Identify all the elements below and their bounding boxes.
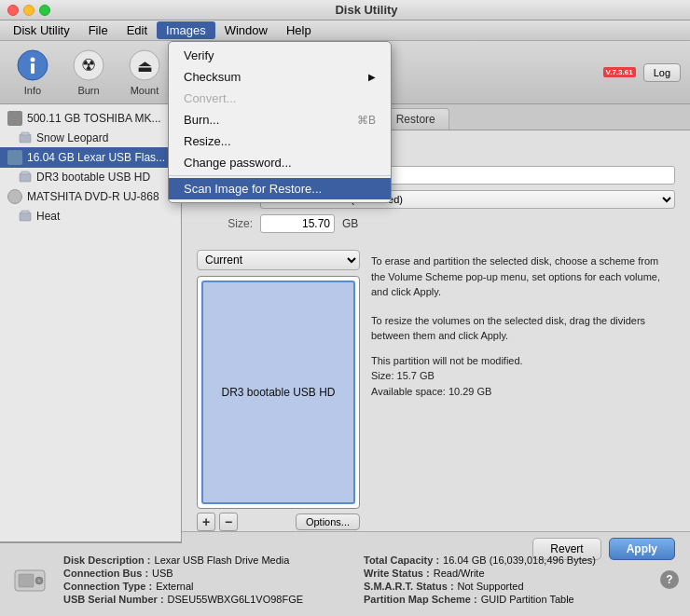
svg-rect-21 <box>19 574 34 587</box>
window-title: Disk Utility <box>50 3 683 17</box>
menu-convert: Convert... <box>169 88 391 109</box>
footer-total-capacity-row: Total Capacity : 16.04 GB (16,039,018,49… <box>364 554 645 566</box>
size-row: Size: GB <box>197 214 675 233</box>
partition-description2: To resize the volumes on the selected di… <box>371 309 675 348</box>
add-partition-button[interactable]: + <box>197 513 215 531</box>
info-icon <box>16 48 49 82</box>
menu-separator <box>169 175 391 176</box>
log-button[interactable]: Log <box>643 63 681 82</box>
remove-partition-button[interactable]: − <box>219 513 238 531</box>
toolbar-right: V.7.3.61 Log <box>603 63 681 82</box>
maximize-button[interactable] <box>39 5 50 16</box>
info-button[interactable]: Info <box>9 45 56 100</box>
footer-connection-type-row: Connection Type : External <box>63 581 345 592</box>
volume-icon <box>19 210 32 223</box>
menu-window[interactable]: Window <box>215 21 277 39</box>
menu-resize[interactable]: Resize... <box>169 130 391 152</box>
tab-restore[interactable]: Restore <box>382 108 449 130</box>
svg-rect-17 <box>21 171 29 174</box>
footer-disk-desc-row: Disk Description : Lexar USB Flash Drive… <box>63 554 345 566</box>
images-dropdown: Verify Checksum ▶ Convert... Burn... ⌘B … <box>168 41 392 203</box>
svg-rect-15 <box>21 132 29 135</box>
footer-smart-status-row: S.M.A.R.T. Status : Not Supported <box>364 581 645 592</box>
partition-box: DR3 bootable USB HD <box>197 276 360 509</box>
mount-button[interactable]: ⏏ Mount <box>121 45 168 100</box>
scheme-select[interactable]: Current <box>197 250 360 270</box>
usb-disk-icon <box>7 150 22 165</box>
svg-text:⏏: ⏏ <box>137 57 153 75</box>
menu-images[interactable]: Images <box>157 21 215 39</box>
close-button[interactable] <box>7 5 19 16</box>
menu-edit[interactable]: Edit <box>117 21 157 39</box>
cd-icon <box>7 189 22 204</box>
sidebar: 500.11 GB TOSHIBA MK... Snow Leopard 16.… <box>0 104 182 541</box>
volume-icon <box>19 171 32 184</box>
mount-icon: ⏏ <box>128 48 161 82</box>
partition-description: To erase and partition the selected disk… <box>371 250 675 304</box>
menu-help[interactable]: Help <box>277 21 321 39</box>
sidebar-item-dr3[interactable]: DR3 bootable USB HD <box>0 168 181 186</box>
sidebar-item-dvd[interactable]: MATSHITA DVD-R UJ-868 <box>0 186 181 207</box>
traffic-lights <box>7 5 50 16</box>
submenu-arrow-icon: ▶ <box>368 72 376 82</box>
svg-point-23 <box>38 580 41 582</box>
burn-shortcut: ⌘B <box>357 114 376 127</box>
menu-change-password[interactable]: Change password... <box>169 152 391 173</box>
svg-rect-18 <box>20 212 31 221</box>
footer-write-status-row: Write Status : Read/Write <box>364 568 645 579</box>
footer-connection-bus-row: Connection Bus : USB <box>63 568 345 579</box>
sidebar-item-heat[interactable]: Heat <box>0 207 181 226</box>
menu-verify[interactable]: Verify <box>169 45 391 66</box>
svg-rect-16 <box>20 173 31 182</box>
menu-file[interactable]: File <box>79 21 117 39</box>
sidebar-item-lexar[interactable]: 16.04 GB Lexar USB Flas... <box>0 147 181 168</box>
volume-icon <box>19 131 32 144</box>
footer-partition-map-row: Partition Map Scheme : GUID Partition Ta… <box>364 594 645 605</box>
burn-icon: ☢ <box>72 48 105 82</box>
svg-rect-2 <box>31 63 34 74</box>
version-badge: V.7.3.61 <box>603 67 636 77</box>
menu-checksum[interactable]: Checksum ▶ <box>169 66 391 88</box>
svg-rect-14 <box>20 134 31 143</box>
info-label: Info <box>24 85 41 96</box>
size-unit: GB <box>342 217 358 230</box>
disk-icon <box>7 111 22 126</box>
scheme-row: Current <box>197 250 360 270</box>
partition-area: Current DR3 bootable USB HD + − Options.… <box>182 250 690 531</box>
menu-disk-utility[interactable]: Disk Utility <box>4 21 79 39</box>
partition-segment[interactable]: DR3 bootable USB HD <box>201 281 355 504</box>
menu-burn[interactable]: Burn... ⌘B <box>169 109 391 130</box>
title-bar: Disk Utility <box>0 0 690 21</box>
sidebar-item-toshiba[interactable]: 500.11 GB TOSHIBA MK... <box>0 108 181 129</box>
partition-controls: + − Options... <box>197 513 360 531</box>
minimize-button[interactable] <box>23 5 34 16</box>
footer-info: Disk Description : Lexar USB Flash Drive… <box>63 554 645 605</box>
partition-right: To erase and partition the selected disk… <box>371 250 675 531</box>
sidebar-item-snow-leopard[interactable]: Snow Leopard <box>0 129 181 147</box>
menu-scan-restore[interactable]: Scan Image for Restore... <box>169 178 391 199</box>
help-button[interactable]: ? <box>660 570 679 589</box>
menu-bar: Disk Utility File Edit Images Window Hel… <box>0 21 690 41</box>
partition-note: This partition will not be modified. Siz… <box>371 353 675 400</box>
footer-disk-icon <box>11 561 48 598</box>
svg-rect-19 <box>21 211 29 213</box>
size-label: Size: <box>197 217 253 230</box>
burn-button[interactable]: ☢ Burn <box>65 45 112 100</box>
mount-label: Mount <box>131 85 159 96</box>
svg-point-1 <box>31 58 35 62</box>
svg-text:☢: ☢ <box>81 56 96 75</box>
options-button[interactable]: Options... <box>296 513 360 530</box>
partition-left: Current DR3 bootable USB HD + − Options.… <box>197 250 360 531</box>
footer-usb-serial-row: USB Serial Number : DSEU55WBXG6L1VO98FGE <box>63 594 345 605</box>
size-input[interactable] <box>260 214 335 233</box>
burn-label: Burn <box>77 85 99 96</box>
